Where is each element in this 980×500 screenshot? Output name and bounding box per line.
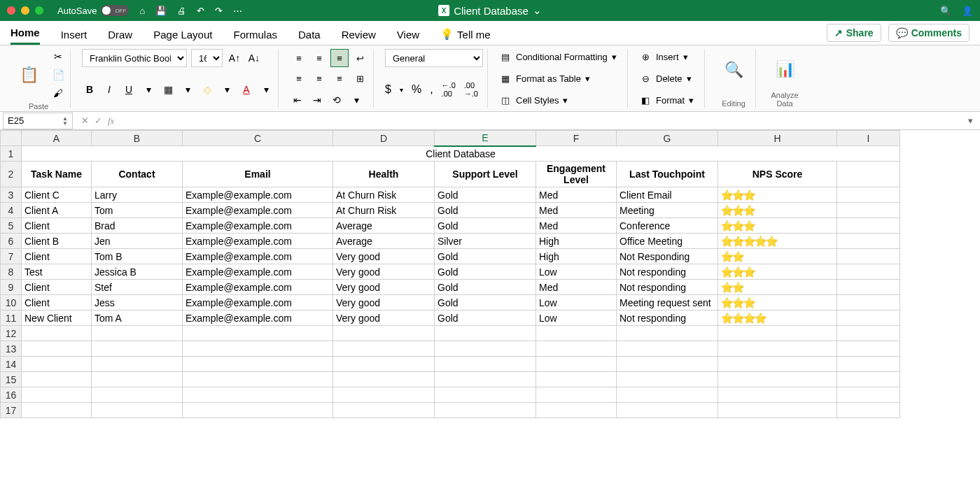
- cell[interactable]: [837, 249, 900, 264]
- cell[interactable]: [333, 403, 435, 418]
- font-size-select[interactable]: 16: [191, 49, 223, 67]
- name-box[interactable]: E25 ▲▼: [3, 113, 73, 129]
- cell[interactable]: Test: [22, 264, 92, 280]
- cell[interactable]: Example@example.com: [183, 264, 333, 280]
- cell[interactable]: [92, 326, 183, 341]
- cell[interactable]: [435, 372, 536, 387]
- cell[interactable]: Gold: [435, 295, 536, 310]
- align-middle-icon[interactable]: ≡: [310, 49, 328, 67]
- decrease-indent-icon[interactable]: ⇤: [290, 92, 305, 108]
- row-header-8[interactable]: 8: [1, 264, 22, 280]
- cell[interactable]: [536, 326, 617, 341]
- cell[interactable]: [536, 357, 617, 372]
- cell[interactable]: Gold: [435, 187, 536, 203]
- row-header-16[interactable]: 16: [1, 387, 22, 403]
- cell[interactable]: Gold: [435, 310, 536, 326]
- percent-button[interactable]: %: [412, 83, 421, 96]
- cell[interactable]: [183, 387, 333, 403]
- account-icon[interactable]: 👤: [962, 6, 973, 16]
- nps-cell[interactable]: ⭐⭐⭐⭐⭐: [718, 234, 837, 249]
- cell[interactable]: [333, 387, 435, 403]
- currency-dropdown-icon[interactable]: ▾: [400, 86, 403, 94]
- cell[interactable]: [92, 341, 183, 357]
- cell[interactable]: [837, 234, 900, 249]
- cell[interactable]: Conference: [617, 218, 718, 234]
- cell[interactable]: [333, 372, 435, 387]
- cell[interactable]: Client: [22, 280, 92, 295]
- border-dropdown-icon[interactable]: ▾: [180, 82, 195, 97]
- cell[interactable]: Brad: [92, 218, 183, 234]
- cell[interactable]: High: [536, 249, 617, 264]
- cell[interactable]: High: [536, 234, 617, 249]
- underline-button[interactable]: U: [121, 82, 136, 97]
- minimize-window-button[interactable]: [21, 6, 29, 15]
- header-cell[interactable]: NPS Score: [718, 162, 837, 187]
- cell[interactable]: [617, 326, 718, 341]
- cell[interactable]: Low: [536, 310, 617, 326]
- cell[interactable]: Average: [333, 218, 435, 234]
- cell[interactable]: Example@example.com: [183, 280, 333, 295]
- autosave-toggle[interactable]: OFF: [101, 5, 129, 16]
- row-header-17[interactable]: 17: [1, 403, 22, 418]
- row-header-14[interactable]: 14: [1, 357, 22, 372]
- tab-insert[interactable]: Insert: [61, 24, 88, 45]
- cut-icon[interactable]: ✂: [50, 49, 66, 64]
- nps-cell[interactable]: ⭐⭐⭐⭐: [718, 310, 837, 326]
- cell[interactable]: [536, 387, 617, 403]
- font-name-select[interactable]: Franklin Gothic Book: [82, 49, 187, 67]
- italic-button[interactable]: I: [102, 82, 117, 97]
- cell[interactable]: [92, 387, 183, 403]
- currency-button[interactable]: $: [385, 83, 391, 96]
- row-header-6[interactable]: 6: [1, 234, 22, 249]
- cell[interactable]: [837, 280, 900, 295]
- cell[interactable]: Client B: [22, 234, 92, 249]
- tab-review[interactable]: Review: [342, 24, 376, 45]
- format-as-table-button[interactable]: ▦ Format as Table ▾: [499, 71, 623, 86]
- row-header-13[interactable]: 13: [1, 341, 22, 357]
- cell[interactable]: At Churn Risk: [333, 203, 435, 218]
- chevron-down-icon[interactable]: ⌄: [533, 4, 542, 17]
- analyze-data-button[interactable]: 📊: [767, 49, 802, 90]
- cell[interactable]: [183, 341, 333, 357]
- cell[interactable]: Example@example.com: [183, 249, 333, 264]
- cell-styles-button[interactable]: ◫ Cell Styles ▾: [499, 92, 623, 108]
- tab-formulas[interactable]: Formulas: [233, 24, 277, 45]
- cell[interactable]: Low: [536, 264, 617, 280]
- spreadsheet-grid[interactable]: ABCDEFGHI1Client Database2Task NameConta…: [0, 130, 980, 499]
- bold-button[interactable]: B: [82, 82, 97, 97]
- fx-label[interactable]: fx: [108, 115, 114, 127]
- cell[interactable]: Meeting: [617, 203, 718, 218]
- comments-button[interactable]: 💬 Comments: [888, 24, 969, 42]
- maximize-window-button[interactable]: [35, 6, 43, 15]
- cell[interactable]: [536, 403, 617, 418]
- row-header-1[interactable]: 1: [1, 146, 22, 162]
- header-cell[interactable]: Health: [333, 162, 435, 187]
- increase-indent-icon[interactable]: ⇥: [309, 92, 325, 108]
- print-icon[interactable]: 🖨: [177, 6, 186, 16]
- cell[interactable]: Example@example.com: [183, 218, 333, 234]
- orientation-icon[interactable]: ⟲: [329, 92, 344, 108]
- cell[interactable]: [837, 218, 900, 234]
- delete-cells-button[interactable]: ⊖ Delete ▾: [639, 71, 700, 86]
- cell[interactable]: [22, 372, 92, 387]
- cell[interactable]: [837, 387, 900, 403]
- close-window-button[interactable]: [7, 6, 15, 15]
- cell[interactable]: Example@example.com: [183, 187, 333, 203]
- cell[interactable]: Med: [536, 280, 617, 295]
- nps-cell[interactable]: ⭐⭐: [718, 280, 837, 295]
- cell[interactable]: Not Responding: [617, 249, 718, 264]
- tell-me[interactable]: 💡 Tell me: [440, 24, 491, 45]
- cell[interactable]: Med: [536, 218, 617, 234]
- cell[interactable]: Gold: [435, 280, 536, 295]
- search-icon[interactable]: 🔍: [940, 6, 951, 16]
- column-header-F[interactable]: F: [536, 131, 617, 146]
- cell[interactable]: Average: [333, 234, 435, 249]
- tab-home[interactable]: Home: [10, 22, 40, 45]
- header-cell[interactable]: Engagement Level: [536, 162, 617, 187]
- wrap-text-icon[interactable]: ↩: [351, 49, 369, 67]
- more-icon[interactable]: ⋯: [233, 6, 242, 16]
- column-header-C[interactable]: C: [183, 131, 333, 146]
- cell[interactable]: Client: [22, 249, 92, 264]
- cell[interactable]: Very good: [333, 295, 435, 310]
- nps-cell[interactable]: ⭐⭐⭐: [718, 264, 837, 280]
